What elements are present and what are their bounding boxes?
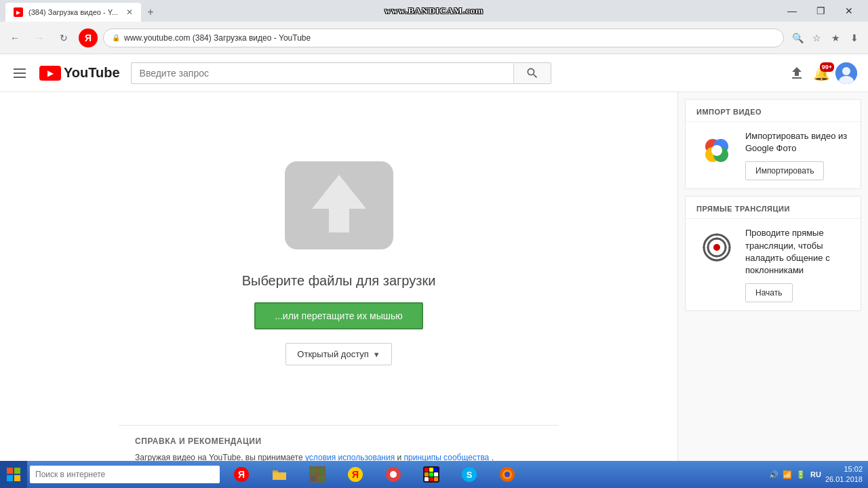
upload-icon — [789, 65, 805, 81]
active-tab[interactable]: ▶ (384) Загрузка видео - Y... ✕ — [5, 3, 141, 22]
window-minimize-button[interactable]: — — [778, 1, 806, 20]
refresh-button[interactable]: ↻ — [54, 28, 73, 47]
svg-rect-29 — [434, 468, 438, 472]
taskbar-app-folder[interactable] — [260, 461, 298, 488]
url-domain: www.youtube.com — [124, 33, 190, 43]
skype-icon: S — [461, 466, 477, 483]
sidebar: ИМПОРТ ВИДЕО — [678, 92, 868, 488]
live-stream-icon — [696, 227, 737, 268]
svg-rect-12 — [14, 468, 20, 474]
hamburger-line-1 — [14, 68, 26, 70]
upload-video-button[interactable] — [786, 62, 808, 84]
live-stream-content: Проводите прямые трансляции, чтобы налад… — [686, 219, 861, 310]
bottom-info-title: СПРАВКА И РЕКОМЕНДАЦИИ — [135, 436, 542, 446]
header-right: 🔔 99+ — [786, 62, 857, 84]
minecraft-icon — [309, 466, 326, 483]
rubik-icon — [423, 466, 439, 483]
hamburger-line-2 — [14, 73, 26, 74]
start-stream-button[interactable]: Начать — [745, 283, 793, 302]
download-icon[interactable]: ⬇ — [846, 30, 863, 46]
bookmark-icon[interactable]: ☆ — [808, 30, 825, 46]
star-icon[interactable]: ★ — [827, 30, 844, 46]
youtube-logo[interactable]: YouTube — [39, 65, 120, 81]
import-video-description: Импортировать видео из Google Фото — [745, 130, 850, 155]
hamburger-menu-button[interactable] — [11, 66, 28, 81]
taskbar-date-display: 26.01.2018 — [825, 474, 863, 485]
taskbar-app-yandex[interactable]: Я — [222, 461, 260, 488]
taskbar-app-skype[interactable]: S — [450, 461, 488, 488]
taskbar-app-minecraft[interactable] — [298, 461, 336, 488]
taskbar-search[interactable] — [30, 466, 220, 483]
taskbar-search-input[interactable] — [35, 470, 214, 479]
new-tab-button[interactable]: + — [141, 3, 160, 22]
search-button-icon — [526, 66, 539, 80]
search-bar — [131, 62, 551, 84]
upload-svg — [271, 155, 407, 256]
main-layout: Выберите файлы для загрузки ...или перет… — [0, 92, 868, 488]
access-dropdown-icon: ▼ — [373, 350, 380, 359]
tray-icon-battery: 🔋 — [795, 469, 806, 480]
yandex-logo[interactable]: Я — [79, 28, 98, 47]
svg-text:S: S — [467, 470, 473, 480]
taskbar-app-firefox[interactable] — [488, 461, 526, 488]
live-stream-section: ПРЯМЫЕ ТРАНСЛЯЦИИ — [685, 196, 861, 311]
live-stream-svg — [698, 229, 735, 266]
youtube-logo-icon — [39, 66, 61, 81]
taskbar-app-rubik[interactable] — [412, 461, 450, 488]
url-bar[interactable]: 🔒 www.youtube.com (384) Загрузка видео -… — [103, 28, 784, 47]
avatar[interactable] — [835, 62, 857, 84]
youtube-header: YouTube 🔔 99+ — [0, 54, 868, 92]
upload-title: Выберите файлы для загрузки — [242, 273, 436, 289]
svg-rect-30 — [425, 472, 429, 476]
svg-rect-19 — [319, 468, 324, 473]
firefox-icon — [499, 466, 515, 483]
taskbar-apps: Я Я — [222, 461, 526, 488]
svg-text:Я: Я — [238, 469, 245, 480]
tray-icon-1: 🔊 — [768, 469, 779, 480]
upload-area: Выберите файлы для загрузки ...или перет… — [0, 92, 678, 488]
yandex-icon: Я — [347, 466, 363, 483]
forward-button[interactable]: → — [30, 28, 49, 47]
access-button-label: Открытый доступ — [297, 349, 368, 359]
titlebar: ▶ (384) Загрузка видео - Y... ✕ + www.BA… — [0, 0, 868, 22]
search-button[interactable] — [513, 62, 551, 84]
svg-point-10 — [713, 244, 720, 251]
url-text: www.youtube.com (384) Загрузка видео - Y… — [124, 33, 775, 43]
svg-rect-34 — [429, 477, 433, 481]
back-button[interactable]: ← — [5, 28, 24, 47]
notification-badge: 99+ — [820, 62, 834, 72]
import-button[interactable]: Импортировать — [745, 161, 824, 180]
tray-icons: 🔊 📶 🔋 — [768, 469, 806, 480]
svg-text:Я: Я — [352, 469, 359, 480]
rambler-icon — [385, 466, 401, 483]
import-video-content: Импортировать видео из Google Фото Импор… — [686, 122, 861, 188]
svg-rect-31 — [429, 472, 433, 476]
svg-rect-27 — [425, 468, 429, 472]
import-video-title: ИМПОРТ ВИДЕО — [686, 100, 861, 122]
url-page-title: (384) Загрузка видео - YouTube — [193, 33, 311, 43]
youtube-logo-text: YouTube — [64, 65, 120, 81]
upload-zone: Выберите файлы для загрузки ...или перет… — [0, 92, 677, 425]
live-stream-description: Проводите прямые трансляции, чтобы налад… — [745, 227, 850, 277]
search-icon[interactable]: 🔍 — [789, 30, 806, 46]
drag-drop-button[interactable]: ...или перетащите их мышью — [254, 302, 423, 329]
window-maximize-button[interactable]: ❐ — [807, 1, 834, 20]
svg-point-40 — [505, 472, 510, 477]
start-button[interactable] — [0, 461, 27, 488]
notifications-button[interactable]: 🔔 99+ — [813, 65, 830, 81]
svg-rect-32 — [434, 472, 438, 476]
taskbar-language: RU — [810, 470, 821, 479]
taskbar: Я Я — [0, 461, 868, 488]
access-button[interactable]: Открытый доступ ▼ — [285, 343, 391, 365]
taskbar-app-yandex2[interactable]: Я — [336, 461, 374, 488]
import-video-section: ИМПОРТ ВИДЕО — [685, 99, 861, 189]
upload-illustration — [264, 151, 414, 260]
tab-bar: ▶ (384) Загрузка видео - Y... ✕ + — [5, 0, 778, 22]
hamburger-line-3 — [14, 77, 26, 78]
window-close-button[interactable]: ✕ — [835, 1, 863, 20]
search-input[interactable] — [131, 62, 513, 84]
windows-logo-icon — [5, 466, 22, 483]
google-photos-icon — [696, 130, 737, 171]
taskbar-app-rambler[interactable] — [374, 461, 412, 488]
tab-close-button[interactable]: ✕ — [126, 7, 133, 17]
